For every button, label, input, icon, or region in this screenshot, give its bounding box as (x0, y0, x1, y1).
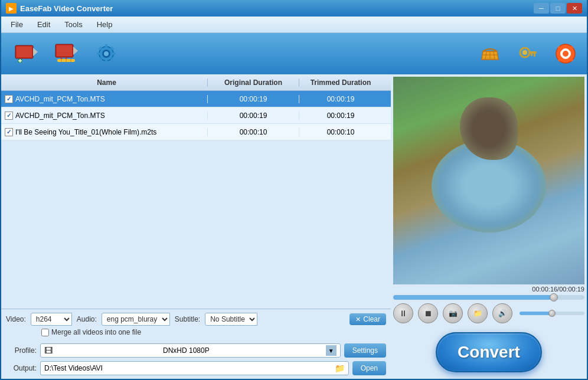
edit-video-button[interactable] (48, 37, 84, 70)
svg-rect-33 (528, 51, 537, 54)
minimize-button[interactable]: ─ (534, 3, 549, 14)
convert-button[interactable]: Convert (436, 332, 542, 372)
volume-button[interactable]: 🔊 (492, 303, 512, 323)
subtitle-label: Subtitle: (175, 315, 200, 323)
settings-button[interactable] (89, 37, 124, 70)
menu-file[interactable]: File (4, 18, 30, 31)
settings-btn[interactable]: Settings (344, 343, 386, 358)
output-folder-icon: 📁 (335, 363, 345, 373)
playback-controls: ⏸ ⏹ 📷 📁 🔊 (393, 303, 584, 323)
maximize-button[interactable]: □ (550, 3, 566, 14)
window-title: EaseFab Video Converter (20, 4, 534, 13)
col-name: Name (1, 78, 208, 87)
key-icon[interactable] (514, 40, 542, 68)
video-select[interactable]: h264 (31, 313, 72, 326)
title-bar: ▶ EaseFab Video Converter ─ □ ✕ (1, 0, 587, 17)
row-1-name: AVCHD_mit_PCM_Ton.MTS (1, 95, 208, 103)
clear-x-icon: ✕ (355, 316, 361, 323)
folder-button[interactable]: 📁 (468, 303, 488, 323)
bottom-controls: Video: h264 Audio: eng pcm_bluray Subtit… (1, 309, 391, 340)
svg-marker-8 (73, 47, 78, 55)
add-video-icon (14, 42, 38, 65)
table-header: Name Original Duration Trimmed Duration (1, 74, 391, 91)
output-row: Output: D:\Test Videos\AVI 📁 Open (6, 361, 386, 375)
profile-dropdown-arrow[interactable]: ▼ (326, 345, 337, 356)
table-row[interactable]: AVCHD_mit_PCM_Ton.MTS 00:00:19 00:00:19 (1, 107, 391, 124)
svg-rect-35 (531, 54, 533, 56)
profile-label: Profile: (6, 346, 37, 355)
row-1-trimmed: 00:00:19 (299, 95, 382, 103)
svg-rect-1 (17, 47, 32, 57)
open-btn[interactable]: Open (352, 361, 386, 375)
clear-button[interactable]: ✕ Clear (349, 313, 386, 325)
svg-point-17 (104, 51, 109, 56)
gear-icon (94, 42, 118, 65)
window-controls: ─ □ ✕ (534, 3, 582, 14)
output-label: Output: (6, 364, 37, 372)
row-2-original: 00:00:19 (208, 112, 299, 120)
close-button[interactable]: ✕ (567, 3, 582, 14)
preview-panel: 00:00:16/00:00:19 ⏸ ⏹ 📷 📁 🔊 (391, 74, 587, 326)
menu-bar: File Edit Tools Help (1, 17, 587, 33)
help-icon[interactable] (551, 40, 580, 68)
toolbar-right-icons (476, 40, 580, 68)
audio-label: Audio: (77, 315, 97, 323)
row-2-trimmed: 00:00:19 (299, 112, 382, 120)
table-row[interactable]: I'll Be Seeing You_Title_01(Whole Film).… (1, 124, 391, 140)
col-original: Original Duration (208, 78, 299, 87)
pause-button[interactable]: ⏸ (393, 303, 413, 323)
merge-row: Merge all videos into one file (6, 328, 386, 336)
progress-bar[interactable] (393, 295, 584, 300)
file-panel: Name Original Duration Trimmed Duration … (1, 74, 391, 379)
time-display: 00:00:16/00:00:19 (393, 286, 584, 293)
shop-icon[interactable] (476, 40, 504, 68)
svg-point-32 (522, 50, 527, 55)
svg-marker-2 (33, 48, 38, 56)
profile-output-panel: Profile: 🎞 DNxHD 1080P ▼ Settings Output… (1, 340, 391, 379)
row-3-name: I'll Be Seeing You_Title_01(Whole Film).… (1, 128, 208, 136)
video-canvas (393, 77, 584, 284)
right-column: 00:00:16/00:00:19 ⏸ ⏹ 📷 📁 🔊 (391, 74, 587, 379)
svg-rect-19 (105, 60, 107, 63)
stop-button[interactable]: ⏹ (418, 303, 438, 323)
table-row[interactable]: AVCHD_mit_PCM_Ton.MTS 00:00:19 00:00:19 (1, 91, 391, 107)
add-video-button[interactable] (8, 37, 44, 70)
subtitle-select-group: No Subtitle (205, 313, 257, 326)
video-label: Video: (6, 315, 26, 323)
svg-rect-7 (57, 45, 72, 56)
toolbar (1, 33, 587, 74)
row-1-original: 00:00:19 (208, 95, 299, 103)
snapshot-button[interactable]: 📷 (443, 303, 463, 323)
media-controls-row: Video: h264 Audio: eng pcm_bluray Subtit… (6, 313, 386, 326)
merge-checkbox[interactable] (41, 329, 49, 336)
volume-thumb[interactable] (548, 310, 556, 317)
svg-point-38 (563, 51, 569, 57)
row-3-original: 00:00:10 (208, 128, 299, 136)
volume-slider[interactable] (520, 312, 584, 315)
video-select-group: h264 (31, 313, 72, 326)
subtitle-select[interactable]: No Subtitle (205, 313, 257, 326)
table-body: AVCHD_mit_PCM_Ton.MTS 00:00:19 00:00:19 … (1, 91, 391, 140)
main-content: Name Original Duration Trimmed Duration … (1, 74, 587, 379)
right-bottom: Convert (391, 326, 587, 379)
output-value: D:\Test Videos\AVI (44, 364, 103, 372)
row-3-trimmed: 00:00:10 (299, 128, 382, 136)
profile-icon: 🎞 (44, 346, 161, 355)
menu-tools[interactable]: Tools (57, 18, 89, 31)
video-preview (393, 77, 584, 284)
row-1-checkbox[interactable] (5, 95, 13, 103)
row-3-checkbox[interactable] (5, 128, 13, 136)
progress-thumb[interactable] (550, 293, 558, 302)
audio-select-group: eng pcm_bluray (102, 313, 170, 326)
row-2-checkbox[interactable] (5, 112, 13, 120)
output-input: D:\Test Videos\AVI 📁 (40, 361, 349, 375)
edit-video-icon (54, 42, 78, 65)
menu-edit[interactable]: Edit (30, 18, 57, 31)
svg-rect-20 (97, 53, 100, 55)
profile-row: Profile: 🎞 DNxHD 1080P ▼ Settings (6, 343, 386, 358)
menu-help[interactable]: Help (90, 18, 120, 31)
audio-select[interactable]: eng pcm_bluray (102, 313, 170, 326)
file-table: Name Original Duration Trimmed Duration … (1, 74, 391, 309)
profile-value: DNxHD 1080P (163, 346, 210, 355)
svg-rect-21 (112, 53, 116, 55)
